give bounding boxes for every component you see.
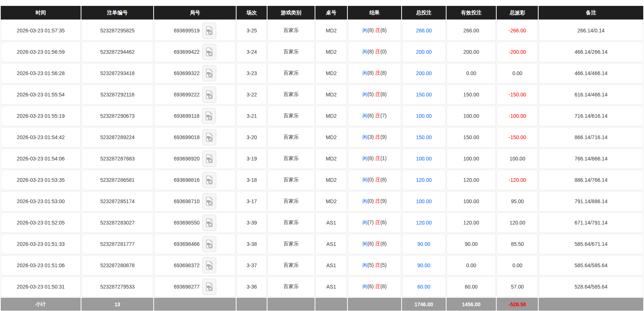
footer-empty-cell (237, 298, 267, 311)
time-cell-value: 2026-03-23 01:50:31 (17, 284, 65, 290)
video-replay-button[interactable] (202, 279, 216, 295)
game-type-cell-value: 百家乐 (283, 113, 299, 119)
table-no-cell-value: MD2 (326, 134, 337, 140)
total-bet-cell-value[interactable]: 150.00 (416, 134, 432, 140)
video-replay-button[interactable] (202, 129, 216, 145)
player-result-score: (8) (367, 70, 375, 76)
table-row: 2026-03-23 01:56:59523287294462693699422… (1, 42, 643, 62)
payout-cell-value: -150.00 (509, 134, 526, 140)
game-type-cell-value: 百家乐 (283, 241, 299, 247)
total-bet-cell: 90.00 (402, 255, 446, 276)
total-bet-cell-value[interactable]: 150.00 (416, 92, 432, 98)
video-replay-button[interactable] (202, 151, 216, 167)
banker-result-score: (7) (380, 113, 386, 119)
player-result-score: (6) (367, 241, 375, 247)
total-bet-cell: 90.00 (402, 234, 446, 254)
session-cell: 3-36 (237, 276, 267, 297)
total-bet-cell-value[interactable]: 60.00 (417, 284, 430, 290)
banker-result-label: 庄 (375, 241, 380, 247)
player-result-label: 闲 (362, 177, 367, 183)
payout-cell: -150.00 (497, 84, 538, 105)
total-bet-cell: 150.00 (402, 84, 446, 105)
video-replay-button[interactable] (202, 215, 216, 231)
total-bet-cell-value[interactable]: 200.00 (416, 49, 432, 55)
round-cell: 693699118 (154, 106, 236, 126)
payout-cell: 120.00 (497, 212, 538, 233)
video-replay-button[interactable] (202, 257, 216, 273)
result-cell: 闲(0) 庄(8) (348, 170, 401, 190)
total-bet-cell-value[interactable]: 120.00 (416, 220, 432, 226)
video-replay-icon (205, 90, 214, 99)
video-replay-button[interactable] (202, 44, 216, 60)
valid-bet-cell-value: 90.00 (465, 241, 478, 247)
player-result-label: 闲 (362, 113, 367, 119)
total-bet-cell-value[interactable]: 90.00 (417, 241, 430, 247)
total-bet-cell-value[interactable]: 200.00 (416, 70, 432, 76)
total-bet-cell-value[interactable]: 120.00 (416, 177, 432, 183)
remark-cell: 528.64/585.64 (539, 276, 643, 297)
total-bet-cell: 150.00 (402, 127, 446, 148)
remark-cell: 886.14/766.14 (539, 170, 643, 190)
session-cell: 3-21 (237, 106, 267, 126)
payout-cell-value: -266.00 (509, 28, 526, 33)
total-bet-cell-value[interactable]: 90.00 (417, 262, 430, 268)
round-number: 693698372 (174, 262, 200, 268)
video-replay-button[interactable] (202, 236, 216, 252)
bet-id-cell-value: 523287293418 (100, 70, 134, 76)
table-no-cell-value: MD2 (326, 49, 337, 55)
time-cell-value: 2026-03-23 01:55:54 (17, 92, 65, 98)
video-replay-icon (205, 154, 214, 163)
time-cell-value: 2026-03-23 01:51:06 (17, 262, 65, 268)
footer-empty-cell (154, 298, 236, 311)
video-replay-icon (205, 218, 214, 227)
round-number: 693698710 (174, 198, 200, 204)
game-type-cell-value: 百家乐 (283, 27, 299, 33)
remark-cell-value: 466.14/466.14 (574, 70, 608, 76)
remark-cell: 585.64/671.14 (539, 234, 643, 254)
video-replay-button[interactable] (202, 193, 216, 209)
remark-cell-value: 716.14/616.14 (574, 113, 608, 119)
video-replay-button[interactable] (202, 172, 216, 188)
total-bet-cell-value[interactable]: 100.00 (416, 156, 432, 162)
table-row: 2026-03-23 01:51:33523287281777693698466… (1, 234, 643, 254)
round-number: 693699422 (174, 49, 200, 55)
remark-cell-value: 528.64/585.64 (574, 284, 608, 290)
session-cell-value: 3-21 (246, 113, 257, 119)
table-row: 2026-03-23 01:54:42523287289224693699018… (1, 127, 643, 148)
bet-id-cell-value: 523287289224 (100, 134, 134, 140)
banker-result-label: 庄 (375, 155, 380, 161)
time-cell: 2026-03-23 01:53:35 (1, 170, 81, 190)
total-bet-cell-value[interactable]: 266.00 (416, 28, 432, 33)
banker-result-score: (8) (380, 241, 386, 247)
bet-id-cell: 523287283027 (81, 212, 153, 233)
payout-cell: -100.00 (497, 106, 538, 126)
total-bet-cell: 120.00 (402, 170, 446, 190)
footer-valid_bet-value: 1456.00 (462, 301, 481, 307)
video-replay-button[interactable] (202, 108, 216, 124)
banker-result-score: (8) (380, 283, 386, 289)
round-cell: 693698466 (154, 234, 236, 254)
table-no-cell: AS1 (315, 212, 347, 233)
banker-result-label: 庄 (375, 27, 380, 33)
video-replay-button[interactable] (202, 86, 216, 103)
time-cell-value: 2026-03-23 01:54:42 (17, 134, 65, 140)
round-wrap: 693698710 (174, 193, 216, 209)
valid-bet-cell-value: 150.00 (463, 92, 479, 98)
bet-id-cell-value: 523287295825 (100, 28, 134, 33)
payout-cell-value: 57.00 (511, 284, 524, 290)
result-cell: 闲(8) 庄(8) (348, 63, 401, 84)
payout-cell: 0.00 (497, 63, 538, 84)
payout-cell-value: -120.00 (509, 177, 526, 183)
banker-result-score: (8) (380, 70, 386, 76)
time-cell-value: 2026-03-23 01:54:06 (17, 156, 65, 162)
video-replay-button[interactable] (202, 22, 216, 39)
footer-valid_bet-cell: 1456.00 (447, 298, 496, 311)
remark-cell-value: 266.14/0.14 (577, 28, 605, 33)
banker-result-label: 庄 (375, 91, 380, 97)
total-bet-cell-value[interactable]: 100.00 (416, 198, 432, 204)
payout-cell-value: -150.00 (509, 92, 526, 98)
remark-cell-value: 766.14/866.14 (574, 156, 608, 162)
video-replay-button[interactable] (202, 65, 216, 81)
total-bet-cell-value[interactable]: 100.00 (416, 113, 432, 119)
player-result-score: (6) (367, 113, 375, 119)
